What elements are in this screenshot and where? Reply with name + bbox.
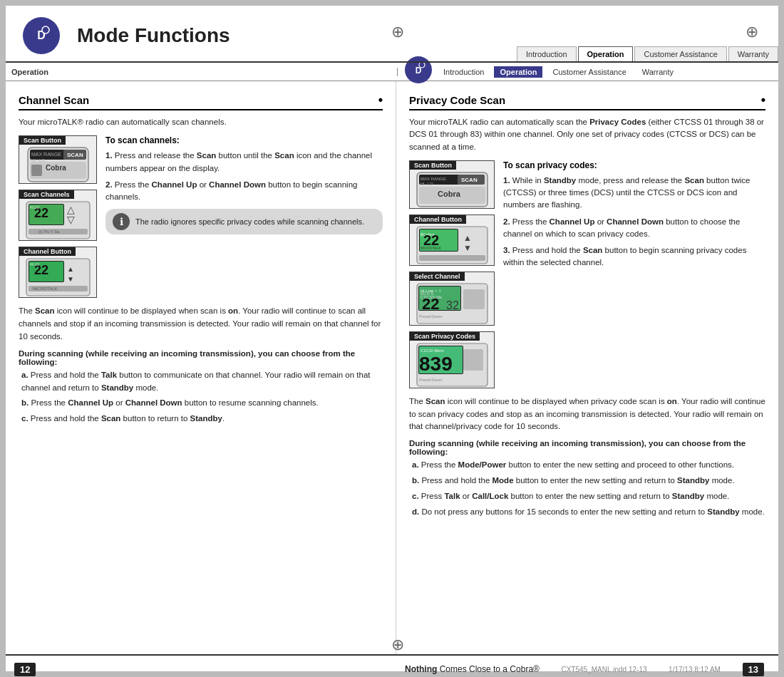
priv-during-item-a: Press the Mode/Power button to enter the…: [409, 459, 765, 472]
priv-step-3: 3. Press and hold the Scan button to beg…: [503, 244, 765, 269]
channel-button-device-svg: 22 HI LO ▲ ▼ MICROTALK: [24, 257, 92, 297]
sub-nav-warranty[interactable]: Warranty: [636, 66, 679, 78]
svg-text:▲: ▲: [67, 265, 74, 273]
right-column: Privacy Code Scan Your microTALK radio c…: [396, 81, 778, 654]
step-1: 1. Press and release the Scan button unt…: [105, 150, 383, 175]
footer-right: Nothing Comes Close to a Cobra® CXT545_M…: [405, 663, 770, 676]
step-list: 1. Press and release the Scan button unt…: [105, 150, 383, 203]
svg-text:MICROTALK: MICROTALK: [421, 246, 441, 250]
page: D Mode Functions Introduction Operation …: [0, 0, 784, 677]
svg-text:22: 22: [422, 295, 439, 313]
footer-tagline-rest: Comes Close to a Cobra®: [437, 664, 540, 674]
svg-text:839: 839: [419, 353, 453, 375]
footer-left: 12: [14, 663, 405, 676]
privacy-scan-title: Privacy Code Scan: [409, 94, 505, 106]
tab-warranty[interactable]: Warranty: [728, 46, 778, 61]
page-footer: 12 Nothing Comes Close to a Cobra® CXT54…: [6, 654, 778, 677]
svg-text:32: 32: [446, 299, 459, 311]
tab-introduction[interactable]: Introduction: [517, 46, 576, 61]
channel-button-label: Channel Button: [19, 247, 76, 256]
note-text: The radio ignores specific privacy codes…: [135, 217, 364, 226]
priv-during-items: Press the Mode/Power button to enter the…: [409, 459, 765, 518]
svg-text:SCAN: SCAN: [67, 152, 83, 158]
svg-rect-49: [419, 255, 485, 261]
privacy-scan-intro: Your microTALK radio can automatically s…: [409, 116, 765, 153]
step-2: 2. Press the Channel Up or Channel Down …: [105, 179, 383, 204]
sub-nav-introduction[interactable]: Introduction: [438, 66, 490, 78]
privacy-layout: Scan Button MAX RANGE HI · LO SCAN Cobra: [409, 160, 765, 390]
sub-header: Operation D Introduction Operation Custo…: [6, 63, 778, 81]
during-item-a: Press and hold the Talk button to commun…: [19, 369, 383, 395]
during-item-c: Press and hold the Scan button to return…: [19, 413, 383, 425]
svg-point-2: [42, 26, 49, 33]
sub-header-left-label: Operation: [6, 68, 398, 76]
note-box: ℹ The radio ignores specific privacy cod…: [105, 209, 383, 234]
svg-text:MAX RANGE: MAX RANGE: [421, 177, 446, 181]
sub-nav-customer-assistance[interactable]: Customer Assistance: [547, 66, 631, 78]
svg-text:MICROTALK: MICROTALK: [33, 286, 58, 291]
scan-privacy-codes-svg: C1CS/ Mem 839 PowerSaver: [415, 342, 490, 388]
scan-body-text: The Scan icon will continue to be displa…: [19, 305, 383, 343]
svg-text:▲: ▲: [463, 233, 472, 243]
scan-text-col: To scan channels: 1. Press and release t…: [105, 135, 383, 299]
scan-channels-box: Scan Channels 22 HI LO △ ▽: [19, 190, 97, 241]
during-item-b: Press the Channel Up or Channel Down but…: [19, 397, 383, 410]
svg-rect-65: [463, 349, 483, 371]
svg-rect-14: [31, 165, 42, 176]
svg-rect-58: [463, 289, 485, 309]
svg-text:PowerSaver: PowerSaver: [419, 378, 443, 382]
channel-scan-heading: Channel Scan: [19, 93, 383, 110]
priv-during-item-d: Do not press any buttons for 15 seconds …: [409, 506, 765, 519]
svg-text:Cobra: Cobra: [46, 164, 66, 172]
priv-channel-button-label: Channel Button: [410, 215, 466, 224]
select-channel-label: Select Channel: [410, 272, 465, 281]
priv-step-1: 1. While in Standby mode, press and rele…: [503, 175, 765, 212]
scan-button-device-svg: MAX RANGE HI · LO SCAN Cobra: [24, 146, 92, 183]
sub-nav-operation[interactable]: Operation: [494, 66, 542, 78]
logo-circle-left: D: [23, 17, 60, 54]
footer-filename: CXT545_MANL.indd 12-13: [561, 666, 646, 673]
svg-text:HI LO: HI LO: [30, 262, 39, 267]
priv-scan-button-box: Scan Button MAX RANGE HI · LO SCAN Cobra: [409, 160, 495, 209]
scan-image-col: Scan Button MAX RANGE HI · LO SCAN Cobra: [19, 135, 97, 299]
scan-privacy-codes-box: Scan Privacy Codes C1CS/ Mem 839 PowerSa…: [409, 331, 495, 388]
footer-tagline-bold: Nothing: [405, 664, 437, 674]
priv-step-2: 2. Press the Channel Up or Channel Down …: [503, 216, 765, 241]
privacy-scan-heading: Privacy Code Scan: [409, 93, 765, 110]
tab-operation[interactable]: Operation: [578, 46, 634, 61]
priv-during-title: During scanning (while receiving an inco…: [409, 439, 765, 456]
priv-scan-button-svg: MAX RANGE HI · LO SCAN Cobra: [415, 171, 490, 208]
main-content: Channel Scan Your microTALK® radio can a…: [6, 81, 778, 654]
tab-customer-assistance[interactable]: Customer Assistance: [634, 46, 726, 61]
sub-nav: Introduction Operation Customer Assistan…: [438, 66, 679, 78]
priv-channel-button-box: Channel Button $Cobra 22 MICROTALK ▲ ▼: [409, 215, 495, 266]
svg-text:HI LO: HI LO: [30, 205, 39, 210]
scan-layout: Scan Button MAX RANGE HI · LO SCAN Cobra: [19, 135, 383, 299]
priv-during-item-c: Press Talk or Call/Lock button to enter …: [409, 490, 765, 503]
select-channel-box: Select Channel Hi Low ♪ ♫ DCS S CTCSS Me…: [409, 272, 495, 326]
select-channel-svg: Hi Low ♪ ♫ DCS S CTCSS Me 22 32 PowerSav…: [415, 282, 490, 325]
priv-step-list: 1. While in Standby mode, press and rele…: [503, 175, 765, 269]
note-icon: ℹ: [113, 213, 130, 230]
priv-during-item-b: Press and hold the Mode button to enter …: [409, 475, 765, 487]
priv-instruction-title: To scan privacy codes:: [503, 160, 765, 170]
privacy-text-col: To scan privacy codes: 1. While in Stand…: [503, 160, 765, 390]
svg-text:▽: ▽: [67, 214, 75, 225]
scan-button-label: Scan Button: [19, 136, 66, 145]
crosshair-bottom: [387, 634, 408, 656]
svg-text:PowerSaver: PowerSaver: [419, 314, 443, 319]
page-num-right: 13: [743, 663, 764, 676]
svg-text:((( Pu Y Sa: ((( Pu Y Sa: [38, 229, 60, 234]
left-column: Channel Scan Your microTALK® radio can a…: [6, 81, 396, 654]
page-num-left: 12: [14, 663, 36, 676]
svg-text:▼: ▼: [463, 243, 472, 253]
page-header: D Mode Functions Introduction Operation …: [6, 6, 778, 63]
privacy-image-col: Scan Button MAX RANGE HI · LO SCAN Cobra: [409, 160, 495, 390]
priv-channel-button-svg: $Cobra 22 MICROTALK ▲ ▼: [415, 225, 490, 265]
instruction-title: To scan channels:: [105, 135, 383, 145]
footer-date: 1/17/13 8:12 AM: [669, 666, 721, 673]
during-scanning-title: During scanning (while receiving an inco…: [19, 349, 383, 366]
channel-scan-title: Channel Scan: [19, 94, 89, 106]
header-logo-left: D: [6, 17, 77, 54]
scan-privacy-codes-label: Scan Privacy Codes: [410, 332, 480, 341]
